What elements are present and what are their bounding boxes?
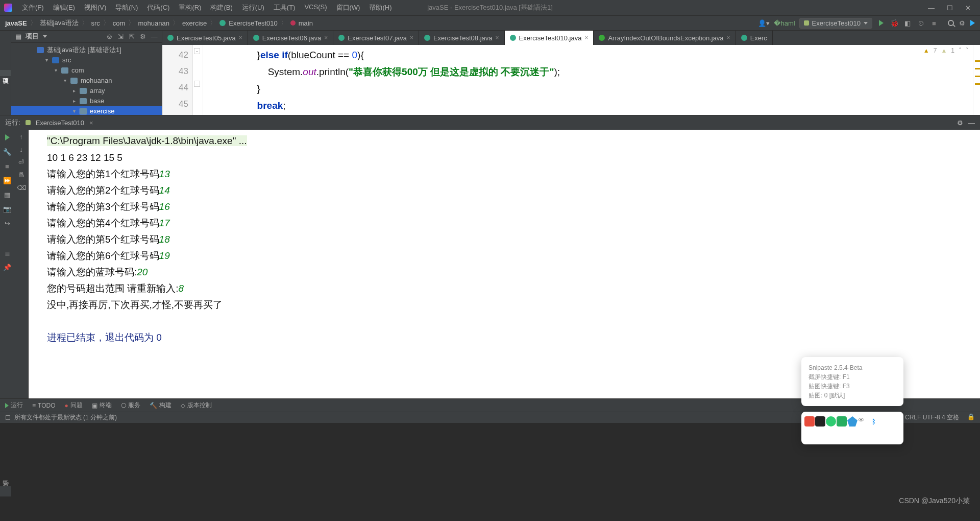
search-icon[interactable] bbox=[948, 20, 954, 26]
debug-button[interactable]: 🐞 bbox=[890, 18, 899, 28]
tree-module[interactable]: 基础java语法 [基础语法1] bbox=[47, 45, 121, 55]
crumb-src[interactable]: src bbox=[91, 19, 100, 27]
close-icon[interactable]: ✕ bbox=[965, 4, 971, 12]
print-icon[interactable]: 🖶 bbox=[18, 171, 24, 179]
rerun-button[interactable] bbox=[3, 133, 12, 142]
fold-marker-icon[interactable]: - bbox=[194, 81, 200, 87]
tray-icon[interactable] bbox=[847, 416, 857, 427]
menu-window[interactable]: 窗口(W) bbox=[333, 2, 364, 14]
menu-help[interactable]: 帮助(H) bbox=[365, 2, 395, 14]
status-problems[interactable]: ●问题 bbox=[64, 401, 82, 410]
pin-icon[interactable]: 📌 bbox=[3, 263, 12, 272]
tray-icon[interactable] bbox=[837, 416, 847, 427]
close-tab-icon[interactable]: × bbox=[410, 34, 413, 41]
export-icon[interactable]: ↪ bbox=[3, 219, 12, 228]
filter-icon[interactable]: ≣ bbox=[3, 248, 12, 257]
status-todo[interactable]: ≡TODO bbox=[32, 402, 55, 409]
down-icon[interactable]: ↓ bbox=[19, 146, 23, 153]
side-tab-project[interactable]: 项目 bbox=[0, 70, 11, 76]
run-panel-name[interactable]: ExerciseTest010 bbox=[36, 119, 84, 127]
side-tab-bookmarks[interactable]: 书签 bbox=[0, 486, 12, 496]
run-config-selector[interactable]: ExerciseTest010 bbox=[799, 18, 872, 29]
tab-exerc[interactable]: Exerc bbox=[736, 31, 773, 45]
scroll-icon[interactable]: ⏩ bbox=[3, 176, 12, 185]
run-settings-icon[interactable]: ⚙ bbox=[957, 119, 963, 127]
tray-icon[interactable] bbox=[804, 416, 815, 427]
settings-icon[interactable]: ⚙ bbox=[959, 19, 965, 27]
crumb-module[interactable]: 基础java语法 bbox=[40, 18, 79, 28]
breadcrumb[interactable]: javaSE〉 基础java语法〉 src〉 com〉 mohuanan〉 ex… bbox=[5, 18, 313, 28]
project-tree[interactable]: 基础java语法 [基础语法1] ▾src ▾com ▾mohuanan ▸ar… bbox=[11, 43, 162, 115]
status-services[interactable]: ⎔服务 bbox=[121, 401, 140, 410]
menu-refactor[interactable]: 重构(R) bbox=[175, 2, 205, 14]
menu-code[interactable]: 代码(C) bbox=[143, 2, 173, 14]
expand-icon[interactable]: ⇲ bbox=[117, 33, 124, 40]
tab-et05[interactable]: ExerciseTest05.java× bbox=[162, 31, 248, 45]
status-run[interactable]: 运行 bbox=[5, 401, 23, 410]
chevron-down-icon[interactable]: ˅ bbox=[966, 47, 969, 54]
crumb-project[interactable]: javaSE bbox=[5, 19, 27, 27]
close-tab-icon[interactable]: × bbox=[239, 34, 242, 41]
tab-et07[interactable]: ExerciseTest07.java× bbox=[333, 31, 419, 45]
error-stripe[interactable] bbox=[973, 45, 980, 115]
crumb-pkg[interactable]: mohuanan bbox=[138, 19, 169, 27]
menu-run[interactable]: 运行(U) bbox=[238, 2, 268, 14]
tray-icon[interactable] bbox=[826, 416, 836, 427]
coverage-button[interactable]: ◧ bbox=[903, 18, 912, 28]
menu-build[interactable]: 构建(B) bbox=[207, 2, 236, 14]
menu-tools[interactable]: 工具(T) bbox=[270, 2, 299, 14]
tray-icon[interactable]: 👁 bbox=[858, 416, 868, 427]
project-view-selector[interactable] bbox=[43, 35, 47, 38]
code-editor[interactable]: 42 43 44 45 46 - - }else if(blueCount ==… bbox=[162, 45, 980, 115]
tree-array[interactable]: array bbox=[90, 87, 105, 94]
fold-marker-icon[interactable]: - bbox=[194, 48, 200, 54]
profile-button[interactable]: ⏲ bbox=[916, 18, 925, 28]
minimize-icon[interactable]: — bbox=[928, 4, 935, 12]
tree-exercise[interactable]: exercise bbox=[90, 107, 114, 115]
tree-mohuanan[interactable]: mohuanan bbox=[81, 77, 112, 84]
tab-exception[interactable]: ArrayIndexOutOfBoundsException.java× bbox=[594, 31, 736, 45]
tab-et06[interactable]: ExerciseTest06.java× bbox=[248, 31, 334, 45]
crumb-method[interactable]: main bbox=[299, 19, 313, 27]
crumb-com[interactable]: com bbox=[113, 19, 126, 27]
tree-src[interactable]: src bbox=[62, 56, 71, 64]
menu-navigate[interactable]: 导航(N) bbox=[112, 2, 141, 14]
tree-base[interactable]: base bbox=[90, 97, 104, 105]
project-panel-title[interactable]: 项目 bbox=[26, 32, 39, 41]
maximize-icon[interactable]: ☐ bbox=[947, 4, 953, 12]
close-tab-icon[interactable]: × bbox=[584, 34, 588, 41]
tab-et08[interactable]: ExerciseTest08.java× bbox=[419, 31, 505, 45]
vcs-status-icon[interactable]: ☐ bbox=[5, 414, 11, 421]
camera-icon[interactable]: 📷 bbox=[3, 204, 12, 214]
up-icon[interactable]: ↑ bbox=[19, 133, 23, 140]
hide-panel-icon[interactable]: — bbox=[151, 33, 158, 40]
menu-view[interactable]: 视图(V) bbox=[81, 2, 110, 14]
tab-et010[interactable]: ExerciseTest010.java× bbox=[505, 31, 594, 45]
fold-gutter[interactable]: - - bbox=[193, 45, 203, 115]
close-tab-icon[interactable]: × bbox=[727, 34, 730, 41]
collapse-icon[interactable]: ⇱ bbox=[128, 33, 135, 40]
hide-run-icon[interactable]: — bbox=[968, 119, 975, 127]
crumb-exercise[interactable]: exercise bbox=[182, 19, 207, 27]
status-vcs[interactable]: ◇版本控制 bbox=[181, 401, 212, 410]
stop-button[interactable]: ■ bbox=[929, 18, 939, 28]
run-button[interactable] bbox=[876, 18, 886, 28]
close-tab-icon[interactable]: × bbox=[496, 34, 499, 41]
inspection-indicator[interactable]: ▲7 ▲1 ˄˅ bbox=[921, 47, 971, 54]
more-icon[interactable] bbox=[970, 20, 975, 26]
status-build[interactable]: 🔨构建 bbox=[150, 401, 172, 410]
stop-run-button[interactable]: ■ bbox=[3, 161, 12, 171]
code-text[interactable]: }else if(blueCount == 0){ System.out.pri… bbox=[203, 45, 973, 115]
locate-icon[interactable]: ⊚ bbox=[106, 33, 113, 40]
readonly-icon[interactable]: 🔒 bbox=[967, 413, 975, 422]
user-icon[interactable]: 👤▾ bbox=[758, 19, 770, 27]
layout-icon[interactable]: ▦ bbox=[3, 190, 12, 199]
tray-icon[interactable]: ᛒ bbox=[869, 416, 879, 427]
clear-icon[interactable]: ⌫ bbox=[17, 184, 26, 192]
menu-edit[interactable]: 编辑(E) bbox=[50, 2, 79, 14]
close-run-tab-icon[interactable]: × bbox=[89, 119, 93, 127]
wrap-icon[interactable]: ⏎ bbox=[18, 158, 24, 166]
chevron-up-icon[interactable]: ˄ bbox=[959, 47, 962, 54]
tray-icon[interactable] bbox=[815, 416, 825, 427]
panel-settings-icon[interactable]: ⚙ bbox=[139, 33, 146, 40]
